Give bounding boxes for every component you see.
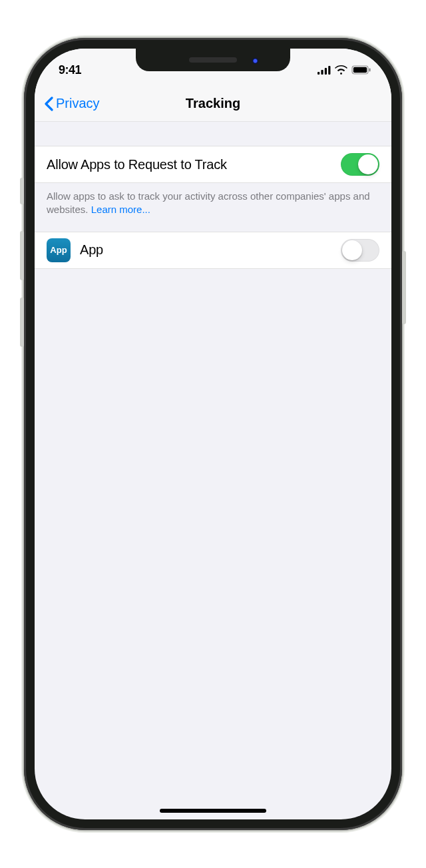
home-indicator[interactable] (160, 809, 266, 813)
settings-content: Allow Apps to Request to Track Allow app… (35, 122, 391, 269)
status-time: 9:41 (59, 63, 81, 77)
allow-apps-request-label: Allow Apps to Request to Track (47, 157, 227, 172)
chevron-left-icon (44, 97, 53, 111)
back-label: Privacy (56, 96, 100, 111)
allow-apps-request-toggle[interactable] (341, 153, 379, 176)
svg-rect-2 (325, 68, 327, 75)
svg-rect-6 (369, 69, 371, 72)
wifi-icon (335, 65, 347, 75)
svg-rect-5 (353, 67, 367, 73)
back-button[interactable]: Privacy (35, 96, 100, 111)
app-icon: App (47, 238, 71, 262)
cellular-icon (318, 66, 331, 75)
learn-more-link[interactable]: Learn more... (91, 204, 150, 215)
app-tracking-toggle[interactable] (341, 239, 379, 262)
notch (136, 49, 290, 71)
mute-switch (20, 178, 24, 204)
status-icons (318, 65, 371, 75)
helper-text: Allow apps to ask to track your activity… (35, 183, 391, 232)
battery-icon (351, 65, 371, 75)
side-button (402, 251, 406, 324)
svg-rect-0 (318, 72, 320, 75)
nav-bar: Privacy Tracking (35, 86, 391, 122)
svg-rect-3 (328, 66, 330, 75)
volume-down-button (20, 298, 24, 347)
volume-up-button (20, 231, 24, 280)
app-name: App (80, 242, 103, 258)
app-row: App App (35, 232, 391, 269)
svg-rect-1 (321, 70, 323, 75)
screen: 9:41 Privacy Tracking Allow Apps to Requ… (35, 49, 391, 819)
phone-frame: 9:41 Privacy Tracking Allow Apps to Requ… (24, 38, 402, 830)
allow-apps-request-row: Allow Apps to Request to Track (35, 146, 391, 183)
